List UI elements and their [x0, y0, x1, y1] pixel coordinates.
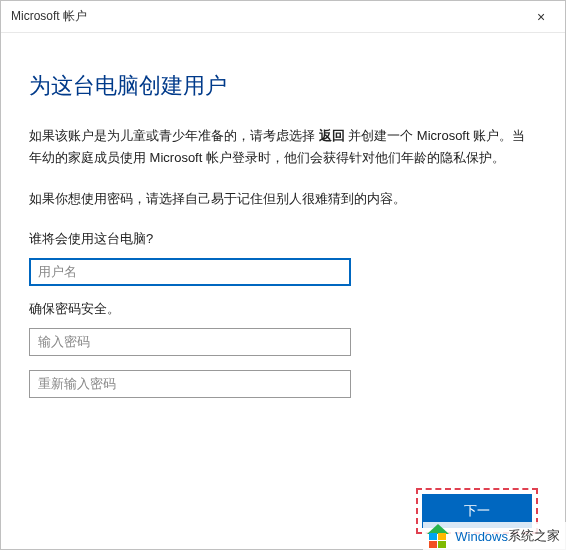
footer: 下一: [416, 488, 538, 534]
next-button-highlight: 下一: [416, 488, 538, 534]
password-input[interactable]: [29, 328, 351, 356]
back-link-text[interactable]: 返回: [319, 128, 345, 143]
window-title: Microsoft 帐户: [11, 8, 87, 25]
description-pre: 如果该账户是为儿童或青少年准备的，请考虑选择: [29, 128, 319, 143]
close-icon: ×: [537, 9, 545, 25]
confirm-password-input[interactable]: [29, 370, 351, 398]
page-heading: 为这台电脑创建用户: [29, 71, 537, 101]
dialog-window: Microsoft 帐户 × 为这台电脑创建用户 如果该账户是为儿童或青少年准备…: [0, 0, 566, 550]
username-input[interactable]: [29, 258, 351, 286]
who-uses-label: 谁将会使用这台电脑?: [29, 230, 537, 248]
close-button[interactable]: ×: [521, 2, 561, 32]
next-button[interactable]: 下一: [422, 494, 532, 528]
password-note: 如果你想使用密码，请选择自己易于记住但别人很难猜到的内容。: [29, 189, 537, 210]
content-area: 为这台电脑创建用户 如果该账户是为儿童或青少年准备的，请考虑选择 返回 并创建一…: [1, 33, 565, 549]
secure-password-label: 确保密码安全。: [29, 300, 537, 318]
description-text: 如果该账户是为儿童或青少年准备的，请考虑选择 返回 并创建一个 Microsof…: [29, 125, 537, 169]
titlebar: Microsoft 帐户 ×: [1, 1, 565, 33]
